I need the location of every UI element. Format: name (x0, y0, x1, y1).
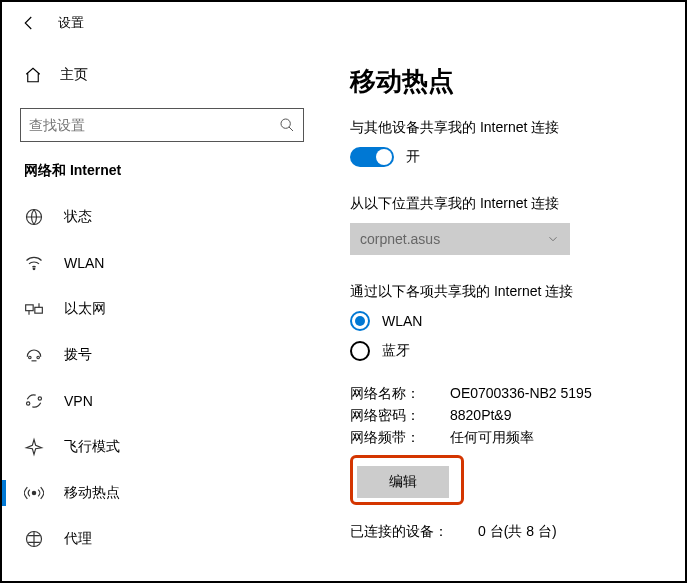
back-arrow-icon[interactable] (20, 14, 38, 32)
dialup-icon (24, 345, 44, 365)
net-name-label: 网络名称： (350, 385, 450, 403)
radio-bluetooth[interactable]: 蓝牙 (350, 341, 661, 361)
vpn-icon (24, 391, 44, 411)
sidebar-heading: 网络和 Internet (2, 162, 322, 194)
share-over-label: 通过以下各项共享我的 Internet 连接 (350, 283, 661, 301)
ethernet-icon (24, 299, 44, 319)
svg-point-8 (38, 397, 41, 400)
main-content: 移动热点 与其他设备共享我的 Internet 连接 开 从以下位置共享我的 I… (322, 40, 685, 579)
net-name-value: OE0700336-NB2 5195 (450, 385, 592, 403)
sidebar-item-label: 拨号 (64, 346, 92, 364)
sidebar-item-label: 移动热点 (64, 484, 120, 502)
connected-value: 0 台(共 8 台) (478, 523, 557, 541)
edit-highlight: 编辑 (350, 455, 464, 505)
sidebar-item-airplane[interactable]: 飞行模式 (2, 424, 322, 470)
svg-point-6 (37, 356, 40, 359)
network-info: 网络名称： OE0700336-NB2 5195 网络密码： 8820Pt&9 … (350, 383, 661, 449)
share-from-dropdown[interactable]: corpnet.asus (350, 223, 570, 255)
sidebar-item-proxy[interactable]: 代理 (2, 516, 322, 562)
search-input[interactable] (29, 117, 279, 133)
net-pass-label: 网络密码： (350, 407, 450, 425)
svg-point-9 (32, 491, 35, 494)
sidebar-item-wlan[interactable]: WLAN (2, 240, 322, 286)
net-band-label: 网络频带： (350, 429, 450, 447)
sidebar-item-label: VPN (64, 393, 93, 409)
radio-label: WLAN (382, 313, 422, 329)
radio-label: 蓝牙 (382, 342, 410, 360)
svg-point-0 (281, 119, 290, 128)
sidebar-item-label: 状态 (64, 208, 92, 226)
wifi-icon (24, 253, 44, 273)
svg-point-7 (27, 402, 30, 405)
radio-icon (350, 311, 370, 331)
globe-icon (24, 207, 44, 227)
radio-wlan[interactable]: WLAN (350, 311, 661, 331)
radio-icon (350, 341, 370, 361)
page-title: 移动热点 (350, 64, 661, 99)
sidebar-item-label: WLAN (64, 255, 104, 271)
sidebar-item-hotspot[interactable]: 移动热点 (2, 470, 322, 516)
sidebar-item-status[interactable]: 状态 (2, 194, 322, 240)
share-label: 与其他设备共享我的 Internet 连接 (350, 119, 661, 137)
home-icon (24, 66, 42, 84)
svg-point-2 (33, 268, 35, 270)
sidebar-item-label: 代理 (64, 530, 92, 548)
share-toggle[interactable] (350, 147, 394, 167)
sidebar: 主页 网络和 Internet 状态 WLAN 以太网 拨号 (2, 40, 322, 579)
search-box[interactable] (20, 108, 304, 142)
chevron-down-icon (546, 232, 560, 246)
airplane-icon (24, 437, 44, 457)
dropdown-value: corpnet.asus (360, 231, 440, 247)
hotspot-icon (24, 483, 44, 503)
sidebar-item-vpn[interactable]: VPN (2, 378, 322, 424)
toggle-state: 开 (406, 148, 420, 166)
net-band-value: 任何可用频率 (450, 429, 534, 447)
sidebar-item-label: 以太网 (64, 300, 106, 318)
proxy-icon (24, 529, 44, 549)
svg-point-5 (29, 356, 32, 359)
home-link[interactable]: 主页 (2, 60, 322, 90)
edit-button[interactable]: 编辑 (357, 466, 449, 498)
connected-label: 已连接的设备： (350, 523, 448, 541)
sidebar-item-ethernet[interactable]: 以太网 (2, 286, 322, 332)
svg-rect-4 (35, 307, 43, 313)
share-from-label: 从以下位置共享我的 Internet 连接 (350, 195, 661, 213)
sidebar-item-label: 飞行模式 (64, 438, 120, 456)
search-icon (279, 117, 295, 133)
home-label: 主页 (60, 66, 88, 84)
window-title: 设置 (58, 14, 84, 32)
sidebar-item-dialup[interactable]: 拨号 (2, 332, 322, 378)
net-pass-value: 8820Pt&9 (450, 407, 512, 425)
svg-rect-3 (26, 305, 34, 311)
